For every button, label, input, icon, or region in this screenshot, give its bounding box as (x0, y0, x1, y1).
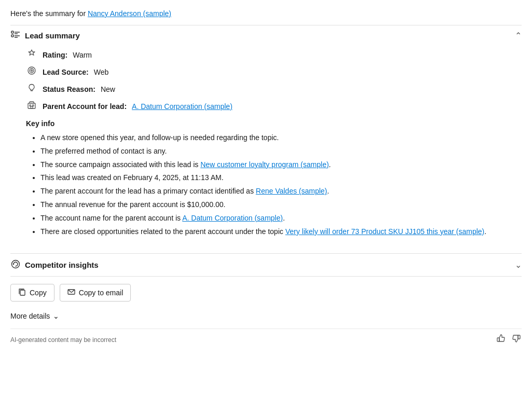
svg-point-7 (30, 69, 34, 73)
feedback-icons (496, 333, 522, 346)
copy-email-button[interactable]: Copy to email (60, 284, 131, 302)
list-item: This lead was created on February 4, 202… (40, 172, 522, 184)
svg-rect-10 (28, 103, 35, 108)
footer: AI-generated content may be incorrect (10, 328, 522, 346)
list-item: A new store opened this year, and follow… (40, 132, 522, 144)
lead-source-value: Web (94, 68, 109, 76)
campaign-link[interactable]: New customer loyalty program (sample) (200, 160, 329, 169)
list-item: There are closed opportunities related t… (40, 226, 522, 238)
svg-rect-1 (11, 35, 13, 37)
copy-label: Copy (30, 289, 47, 297)
lead-summary-label: Lead summary (25, 31, 80, 40)
competitor-insights-left: Competitor insights (10, 259, 99, 271)
svg-point-15 (13, 264, 14, 265)
list-item: The annual revenue for the parent accoun… (40, 199, 522, 211)
competitor-insights-section[interactable]: Competitor insights ⌄ (10, 253, 522, 276)
status-reason-value: New (101, 85, 115, 93)
parent-account-label: Parent Account for lead: (43, 102, 127, 111)
svg-rect-19 (518, 335, 520, 339)
list-item: The source campaign associated with this… (40, 159, 522, 171)
action-bar: Copy Copy to email (10, 276, 522, 308)
lightbulb-icon (26, 83, 37, 95)
status-reason-label: Status Reason: (43, 85, 96, 93)
parent-account-row: Parent Account for lead: A. Datum Corpor… (26, 100, 522, 112)
lead-summary-collapse-icon[interactable]: ⌃ (515, 31, 522, 40)
svg-point-8 (31, 70, 33, 72)
lead-summary-header: Lead summary ⌃ (10, 25, 522, 47)
svg-point-14 (12, 261, 20, 268)
thumbs-up-icon[interactable] (496, 333, 506, 346)
lead-summary-icon (10, 30, 21, 42)
lead-summary-header-left: Lead summary (10, 30, 80, 42)
intro-line: Here's the summary for Nancy Anderson (s… (10, 9, 522, 18)
building-icon (26, 100, 37, 112)
lead-details: Rating: Warm Lead Source: Web Status Rea… (10, 47, 522, 253)
star-icon (26, 49, 37, 61)
thumbs-down-icon[interactable] (511, 333, 522, 346)
more-details-row[interactable]: More details ⌄ (10, 308, 522, 326)
target-icon (26, 66, 37, 78)
key-info-title: Key info (26, 119, 522, 128)
copy-icon (18, 288, 26, 297)
parent-account-link[interactable]: A. Datum Corporation (sample) (132, 102, 233, 111)
status-reason-row: Status Reason: New (26, 83, 522, 95)
svg-rect-0 (11, 31, 13, 33)
svg-rect-11 (30, 105, 31, 106)
key-info-list: A new store opened this year, and follow… (26, 132, 522, 238)
rating-value: Warm (73, 51, 92, 59)
email-icon (67, 288, 75, 297)
rating-row: Rating: Warm (26, 49, 522, 61)
nancy-anderson-link[interactable]: Nancy Anderson (sample) (88, 9, 171, 18)
rating-label: Rating: (43, 51, 67, 59)
copy-email-label: Copy to email (79, 289, 124, 297)
more-details-label: More details (10, 312, 50, 320)
competitor-icon (10, 259, 21, 271)
competitor-expand-icon[interactable]: ⌄ (515, 260, 522, 270)
list-item: The account name for the parent account … (40, 212, 522, 225)
svg-rect-18 (497, 338, 499, 341)
copy-button[interactable]: Copy (10, 284, 54, 302)
competitor-insights-label: Competitor insights (25, 261, 99, 269)
list-item: The parent account for the lead has a pr… (40, 185, 522, 198)
account-name-link[interactable]: A. Datum Corporation (sample) (182, 214, 283, 222)
svg-point-6 (28, 67, 35, 74)
lead-source-label: Lead Source: (43, 68, 89, 76)
lead-source-row: Lead Source: Web (26, 66, 522, 78)
more-details-chevron-icon: ⌄ (53, 312, 59, 320)
opportunity-link[interactable]: Very likely will order 73 Product SKU JJ… (285, 227, 485, 236)
intro-text: Here's the summary for (10, 9, 88, 18)
svg-rect-12 (33, 105, 34, 106)
svg-rect-13 (31, 107, 33, 109)
key-info-section: Key info A new store opened this year, a… (26, 117, 522, 247)
ai-disclaimer: AI-generated content may be incorrect (10, 336, 116, 344)
list-item: The preferred method of contact is any. (40, 145, 522, 158)
rene-valdes-link[interactable]: Rene Valdes (sample) (256, 187, 327, 195)
svg-rect-16 (20, 290, 25, 295)
